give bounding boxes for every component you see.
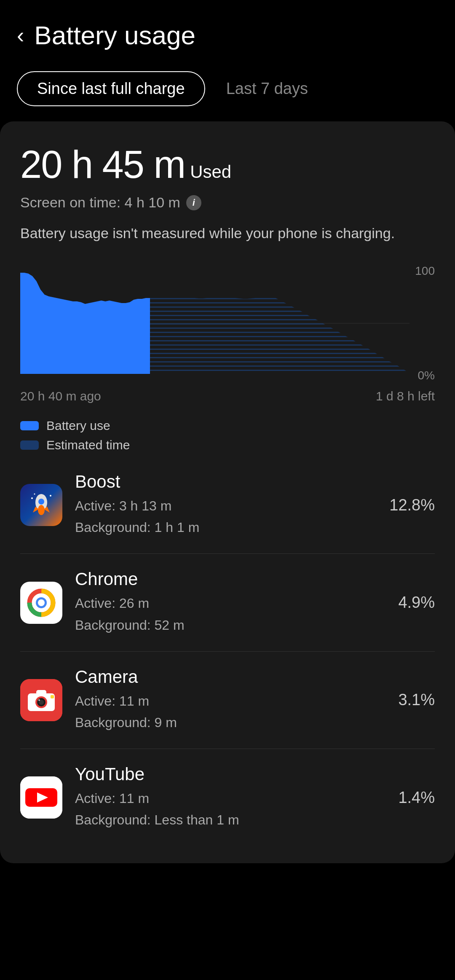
app-percent-boost: 12.8% xyxy=(389,496,435,514)
info-icon[interactable]: i xyxy=(186,195,201,210)
app-detail-chrome: Active: 26 mBackground: 52 m xyxy=(75,593,380,636)
legend-battery-use-label: Battery use xyxy=(46,419,110,433)
app-percent-youtube: 1.4% xyxy=(393,789,435,807)
app-item-camera[interactable]: Camera Active: 11 mBackground: 9 m 3.1% xyxy=(20,652,435,749)
app-list: Boost Active: 3 h 13 mBackground: 1 h 1 … xyxy=(20,456,435,846)
app-info-boost: Boost Active: 3 h 13 mBackground: 1 h 1 … xyxy=(75,472,377,538)
chart-time-labels: 20 h 40 m ago 1 d 8 h left xyxy=(20,389,435,403)
legend-dot-darkblue xyxy=(20,440,39,450)
svg-point-16 xyxy=(38,599,45,606)
app-info-youtube: YouTube Active: 11 mBackground: Less tha… xyxy=(75,764,380,831)
app-icon-chrome xyxy=(20,582,62,624)
app-item-youtube[interactable]: YouTube Active: 11 mBackground: Less tha… xyxy=(20,749,435,846)
app-icon-youtube xyxy=(20,776,62,819)
app-name-chrome: Chrome xyxy=(75,569,380,589)
app-percent-camera: 3.1% xyxy=(393,691,435,709)
svg-point-5 xyxy=(38,499,44,505)
svg-rect-24 xyxy=(51,695,54,698)
chart-label-left: 20 h 40 m ago xyxy=(20,389,101,403)
app-detail-camera: Active: 11 mBackground: 9 m xyxy=(75,690,380,733)
app-detail-boost: Active: 3 h 13 mBackground: 1 h 1 m xyxy=(75,495,377,538)
svg-rect-23 xyxy=(36,690,46,695)
legend-battery-use: Battery use xyxy=(20,419,435,433)
app-name-camera: Camera xyxy=(75,667,380,687)
app-info-camera: Camera Active: 11 mBackground: 9 m xyxy=(75,667,380,733)
chart-label-0: 0% xyxy=(418,369,435,382)
chart-label-100: 100 xyxy=(415,264,435,278)
svg-point-7 xyxy=(31,497,33,499)
app-info-chrome: Chrome Active: 26 mBackground: 52 m xyxy=(75,569,380,636)
usage-time-value: 20 h 45 m xyxy=(20,142,185,187)
app-item-chrome[interactable]: Chrome Active: 26 mBackground: 52 m 4.9% xyxy=(20,554,435,651)
svg-point-9 xyxy=(34,494,35,495)
legend-estimated-time: Estimated time xyxy=(20,438,435,452)
svg-point-22 xyxy=(38,699,40,701)
screen-on-time-row: Screen on time: 4 h 10 m i xyxy=(20,194,435,211)
legend-dot-blue xyxy=(20,421,39,430)
app-detail-youtube: Active: 11 mBackground: Less than 1 m xyxy=(75,788,380,831)
app-item-boost[interactable]: Boost Active: 3 h 13 mBackground: 1 h 1 … xyxy=(20,456,435,554)
back-button[interactable]: ‹ xyxy=(17,24,24,46)
app-icon-boost xyxy=(20,484,62,526)
usage-label: Used xyxy=(190,162,231,182)
header: ‹ Battery usage xyxy=(0,0,455,63)
app-name-youtube: YouTube xyxy=(75,764,380,784)
app-icon-camera xyxy=(20,679,62,721)
usage-time-row: 20 h 45 m Used xyxy=(20,142,435,187)
svg-point-6 xyxy=(38,505,45,515)
battery-card: 20 h 45 m Used Screen on time: 4 h 10 m … xyxy=(0,121,455,863)
tab-last-7-days[interactable]: Last 7 days xyxy=(222,72,312,105)
page-title: Battery usage xyxy=(34,20,195,50)
app-name-boost: Boost xyxy=(75,472,377,492)
tab-since-last-charge[interactable]: Since last full charge xyxy=(17,71,205,106)
battery-note: Battery usage isn't measured while your … xyxy=(20,223,435,244)
tab-row: Since last full charge Last 7 days xyxy=(0,63,455,121)
legend-estimated-time-label: Estimated time xyxy=(46,438,130,452)
app-percent-chrome: 4.9% xyxy=(393,593,435,612)
chart-legend: Battery use Estimated time xyxy=(20,419,435,452)
svg-point-8 xyxy=(50,495,51,497)
battery-chart: 100 0% xyxy=(20,264,435,382)
chart-label-right: 1 d 8 h left xyxy=(376,389,435,403)
screen-on-time-text: Screen on time: 4 h 10 m xyxy=(20,194,180,211)
